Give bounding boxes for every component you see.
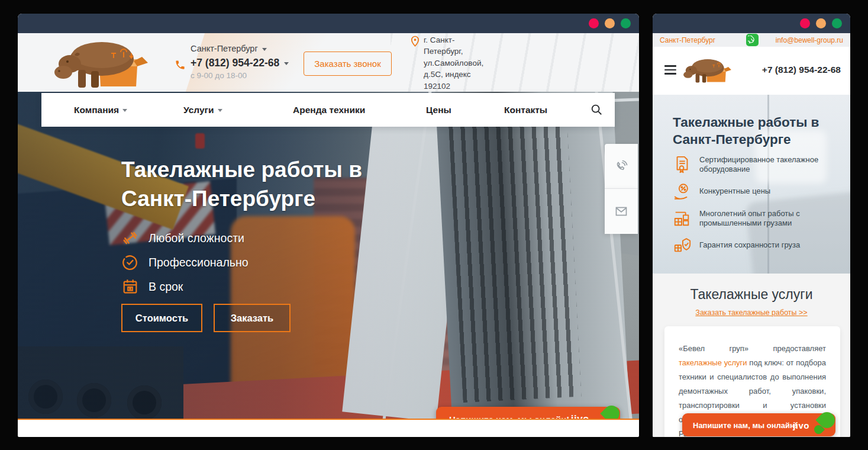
nav-item-services[interactable]: Услуги (183, 93, 222, 127)
header-contacts: Санкт-Петербург +7 (812) 954-22-68 с 9-0… (175, 33, 305, 92)
bullet-on-time: В срок (121, 278, 249, 295)
hippo-logo[interactable] (680, 52, 732, 88)
hero-photo: Такелажные работы в Санкт-Петербурге (18, 92, 639, 420)
callback-widget-button[interactable] (605, 144, 638, 189)
hamburger-menu-icon[interactable] (664, 65, 676, 75)
email-link[interactable]: info@bewell-group.ru (776, 36, 843, 44)
maximize-window-button[interactable] (832, 18, 842, 28)
photo-dark-overlay (18, 92, 639, 419)
hero-title-line2: Санкт-Петербурге (121, 185, 362, 214)
nav-item-prices[interactable]: Цены (426, 93, 451, 127)
nav-item-contacts[interactable]: Контакты (504, 93, 547, 127)
crane-boxes-icon (673, 209, 692, 228)
screenshot-stage: Санкт-Петербург +7 (812) 954-22-68 с 9-0… (0, 0, 868, 450)
minimize-window-button[interactable] (816, 18, 826, 28)
rigging-services-link[interactable]: такелажные услуги (679, 358, 747, 367)
dumbbell-icon (121, 229, 139, 247)
phone-number-link[interactable]: +7 (812) 954-22-68 (191, 57, 289, 69)
nav-item-company[interactable]: Компания (74, 93, 127, 127)
jivo-chat-bar[interactable]: Напишите нам, мы онлайн! jivo (682, 413, 835, 436)
maximize-window-button[interactable] (621, 18, 631, 28)
clock-check-icon (121, 253, 139, 271)
main-navigation: Компания Услуги Аренда техники Цены Конт… (41, 93, 615, 127)
window-controls (589, 18, 631, 28)
mobile-hero-bullets: Сертифицированное такелажное оборудовани… (673, 155, 838, 255)
side-contact-panel (605, 144, 638, 234)
location-pin-icon (410, 36, 420, 47)
chat-message: Напишите нам, мы онлайн! (449, 414, 569, 420)
city-selector[interactable]: Санкт-Петербург (660, 36, 715, 44)
order-button[interactable]: Заказать (214, 304, 291, 332)
minimize-window-button[interactable] (605, 18, 615, 28)
chat-message: Напишите нам, мы онлайн! (693, 420, 797, 429)
bullet-certified-equipment: Сертифицированное такелажное оборудовани… (673, 155, 838, 175)
calendar-icon (121, 278, 139, 295)
bullet-professional: Профессионально (121, 253, 249, 271)
hippo-logo[interactable] (47, 36, 149, 90)
address-text: г. Санкт-Петербург, ул.Самойловой, д.5С,… (424, 34, 489, 92)
hero-buttons: Стоимость Заказать (121, 304, 291, 332)
jivo-logo: jivo (793, 420, 809, 430)
city-selector[interactable]: Санкт-Петербург (191, 44, 267, 53)
city-label: Санкт-Петербург (191, 44, 258, 53)
mail-icon (614, 204, 628, 218)
mobile-services-section: Такелажные услуги Заказать такелажные ра… (653, 274, 850, 437)
hero-title: Такелажные работы в Санкт-Петербурге (121, 156, 362, 214)
desktop-browser-window: Санкт-Петербург +7 (812) 954-22-68 с 9-0… (18, 14, 639, 437)
email-widget-button[interactable] (605, 189, 638, 234)
cost-button[interactable]: Стоимость (121, 304, 202, 332)
mobile-titlebar (653, 14, 850, 33)
services-heading: Такелажные услуги (653, 287, 850, 303)
mobile-header: +7 (812) 954-22-68 (653, 47, 850, 95)
shield-gift-icon (673, 236, 692, 255)
mobile-hero-title: Такелажные работы в Санкт-Петербурге (673, 114, 832, 149)
order-rigging-link[interactable]: Заказать такелажные работы >> (653, 308, 850, 317)
bullet-any-complexity: Любой сложности (121, 229, 249, 247)
percent-hand-icon (673, 182, 692, 201)
site-header: Санкт-Петербург +7 (812) 954-22-68 с 9-0… (18, 33, 639, 92)
bullet-industrial-experience: Многолетний опыт работы с промышленными … (673, 209, 838, 229)
working-hours: с 9-00 до 18-00 (191, 71, 247, 80)
desktop-titlebar (18, 14, 639, 33)
whatsapp-icon[interactable] (746, 34, 759, 46)
chevron-down-icon (284, 62, 289, 65)
phone-number: +7 (812) 954-22-68 (191, 57, 279, 69)
phone-number-link[interactable]: +7 (812) 954-22-68 (762, 65, 841, 75)
close-window-button[interactable] (589, 18, 599, 28)
search-icon[interactable] (590, 103, 603, 116)
chevron-down-icon (262, 48, 267, 51)
bullet-competitive-prices: Конкурентные цены (673, 182, 838, 201)
chevron-down-icon (122, 109, 127, 112)
window-controls (800, 18, 842, 28)
mobile-hero: Такелажные работы в Санкт-Петербурге Сер… (653, 95, 850, 274)
chevron-down-icon (218, 109, 222, 112)
jivo-logo: jivo (571, 413, 589, 420)
close-window-button[interactable] (800, 18, 810, 28)
hero-bullets: Любой сложности Профессионально (121, 229, 249, 295)
address-block: г. Санкт-Петербург, ул.Самойловой, д.5С,… (410, 34, 499, 92)
bullet-label: Любой сложности (149, 232, 244, 245)
nav-item-equipment-rental[interactable]: Аренда техники (293, 93, 365, 127)
mobile-browser-window: Санкт-Петербург info@bewell-group.ru (653, 14, 850, 437)
mobile-topbar: Санкт-Петербург info@bewell-group.ru (653, 33, 850, 47)
bullet-label: В срок (149, 280, 183, 294)
certificate-icon (673, 155, 692, 174)
hero-title-line1: Такелажные работы в (121, 156, 362, 185)
jivo-leaf-icon (812, 411, 837, 437)
phone-icon (175, 59, 186, 70)
bullet-label: Профессионально (149, 256, 249, 269)
bullet-cargo-safety: Гарантия сохранности груза (673, 236, 838, 255)
request-call-button[interactable]: Заказать звонок (304, 52, 392, 76)
ringing-phone-icon (614, 159, 628, 173)
jivo-chat-bar[interactable]: Напишите нам, мы онлайн! jivo (436, 407, 620, 420)
